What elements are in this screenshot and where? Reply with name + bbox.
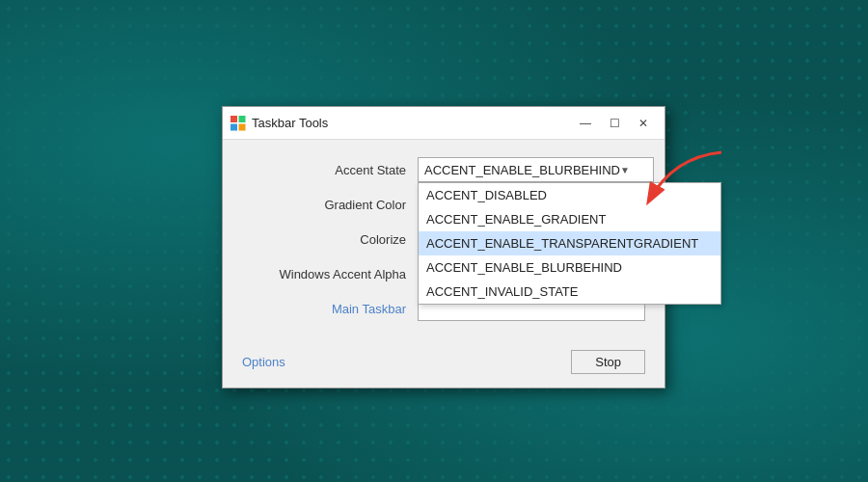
dialog-title: Taskbar Tools [252,116,572,130]
dropdown-item-3[interactable]: ACCENT_ENABLE_BLURBEHIND [419,255,720,280]
titlebar: Taskbar Tools — ☐ ✕ [223,107,665,140]
svg-rect-3 [239,123,246,130]
windows-accent-alpha-label: Windows Accent Alpha [242,267,406,281]
accent-state-dropdown[interactable]: ACCENT_ENABLE_BLURBEHIND ▼ [418,157,654,182]
accent-state-row: Accent State ACCENT_ENABLE_BLURBEHIND ▼ … [242,157,645,182]
svg-rect-2 [231,123,237,130]
dialog-window: Taskbar Tools — ☐ ✕ Accent State ACCENT_… [222,106,665,388]
svg-rect-1 [239,116,246,122]
dropdown-item-0[interactable]: ACCENT_DISABLED [419,183,720,207]
chevron-down-icon: ▼ [620,165,630,175]
stop-button[interactable]: Stop [571,350,645,374]
dropdown-item-4[interactable]: ACCENT_INVALID_STATE [419,280,720,304]
dropdown-selected-value: ACCENT_ENABLE_BLURBEHIND [424,163,620,177]
dropdown-item-1[interactable]: ACCENT_ENABLE_GRADIENT [419,207,720,231]
titlebar-controls: — ☐ ✕ [572,113,657,134]
options-link[interactable]: Options [242,355,285,369]
svg-rect-0 [231,116,237,122]
dropdown-list: ACCENT_DISABLED ACCENT_ENABLE_GRADIENT A… [418,182,721,305]
dropdown-item-2[interactable]: ACCENT_ENABLE_TRANSPARENTGRADIENT [419,231,720,255]
maximize-button[interactable]: ☐ [601,113,628,134]
accent-state-label: Accent State [242,163,406,177]
windows-logo-icon [231,116,246,131]
main-taskbar-label[interactable]: Main Taskbar [242,302,406,316]
accent-state-control: ACCENT_ENABLE_BLURBEHIND ▼ ACCENT_DISABL… [418,157,654,182]
minimize-button[interactable]: — [572,113,599,134]
gradient-color-label: Gradient Color [242,198,406,212]
close-button[interactable]: ✕ [630,113,657,134]
dialog-footer: Options Stop [223,344,665,388]
colorize-label: Colorize [242,232,406,247]
dialog-body: Accent State ACCENT_ENABLE_BLURBEHIND ▼ … [223,140,665,344]
